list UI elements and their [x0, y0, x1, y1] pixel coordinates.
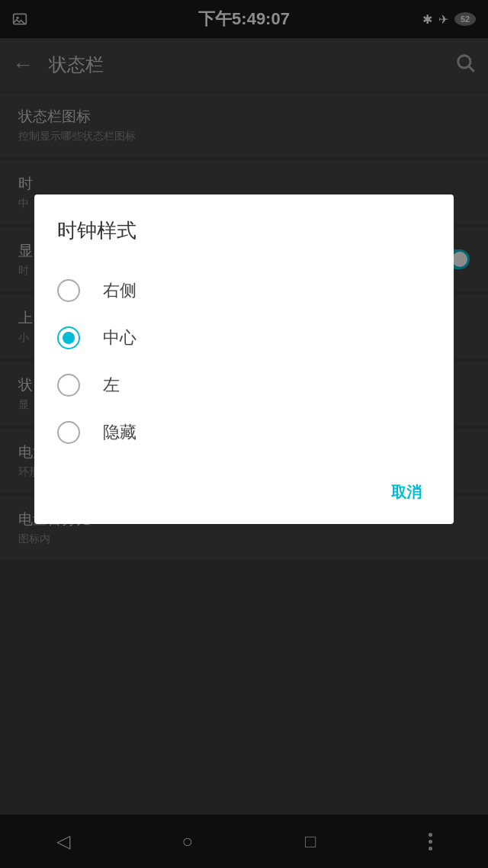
radio-label-right: 右侧 — [103, 279, 136, 302]
dialog-title: 时钟样式 — [57, 217, 431, 244]
radio-circle-left — [57, 374, 80, 397]
radio-circle-right — [57, 279, 80, 302]
cancel-button[interactable]: 取消 — [382, 476, 431, 509]
dialog-actions: 取消 — [57, 464, 431, 524]
radio-label-left: 左 — [103, 374, 120, 397]
radio-circle-center — [57, 326, 80, 349]
radio-option-right[interactable]: 右侧 — [57, 267, 431, 314]
radio-circle-hidden — [57, 421, 80, 444]
radio-option-left[interactable]: 左 — [57, 362, 431, 409]
radio-label-hidden: 隐藏 — [103, 421, 136, 444]
radio-option-hidden[interactable]: 隐藏 — [57, 409, 431, 456]
radio-option-center[interactable]: 中心 — [57, 314, 431, 362]
radio-label-center: 中心 — [103, 326, 136, 349]
clock-style-dialog: 时钟样式 右侧 中心 左 隐藏 取消 — [34, 194, 454, 524]
